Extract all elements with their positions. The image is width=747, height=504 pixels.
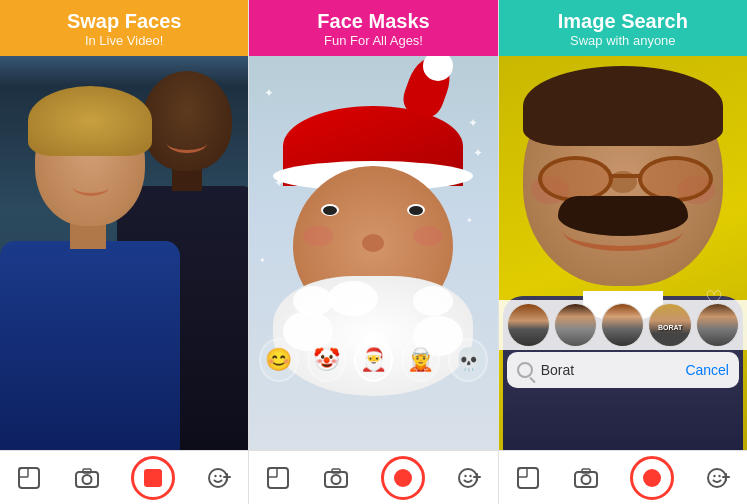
person-2-hair	[28, 86, 152, 156]
panel-3-image: ♡ BORAT Borat Cancel	[499, 56, 747, 450]
svg-point-16	[464, 474, 466, 476]
sticker-santa[interactable]: 🎅	[354, 338, 393, 382]
santa-cheek-right	[413, 226, 443, 246]
borat-hair	[523, 66, 723, 146]
sticker-skull[interactable]: 💀	[448, 338, 487, 382]
borat-mustache	[558, 196, 688, 236]
avatar-2[interactable]	[554, 303, 597, 347]
sticker-smiley[interactable]: 😊	[259, 338, 298, 382]
avatar-borat[interactable]: BORAT	[648, 303, 691, 347]
emoji-plus-icon[interactable]	[205, 464, 233, 492]
beard-puff-3	[413, 286, 453, 316]
search-input[interactable]: Borat	[533, 362, 678, 378]
person-2	[0, 86, 161, 450]
person-1-smile	[167, 133, 207, 153]
swap-faces-panel: Swap Faces In Live Video!	[0, 0, 248, 504]
record-dot-icon-3	[643, 469, 661, 487]
panel-2-title: Face Masks	[257, 10, 489, 33]
svg-point-13	[332, 475, 341, 484]
svg-rect-20	[518, 468, 538, 488]
gallery-icon[interactable]	[15, 464, 43, 492]
svg-point-6	[215, 474, 217, 476]
panel-1-title: Swap Faces	[8, 10, 240, 33]
svg-point-3	[83, 475, 92, 484]
panel-1-image	[0, 56, 248, 450]
emoji-plus-icon-3[interactable]	[704, 464, 732, 492]
svg-point-26	[713, 474, 715, 476]
face-masks-panel: Face Masks Fun For All Ages! ✦ ✦ ✦ ✦ ✦ ✦	[249, 0, 497, 504]
camera-icon-2[interactable]	[322, 464, 350, 492]
panel-2-subtitle: Fun For All Ages!	[257, 33, 489, 48]
avatar-5[interactable]	[696, 303, 739, 347]
panel-2-header: Face Masks Fun For All Ages!	[249, 0, 497, 56]
person-2-body	[0, 241, 180, 450]
svg-point-17	[469, 474, 471, 476]
panel-2-image: ✦ ✦ ✦ ✦ ✦ ✦	[249, 56, 497, 450]
search-icon	[517, 362, 533, 378]
santa-eye-left	[323, 206, 337, 215]
panel-3-header: Image Search Swap with anyone	[499, 0, 747, 56]
avatar-1[interactable]	[507, 303, 550, 347]
panel-1-header: Swap Faces In Live Video!	[0, 0, 248, 56]
panel-3-toolbar	[499, 450, 747, 504]
panel-1-subtitle: In Live Video!	[8, 33, 240, 48]
santa-cheek-left	[303, 226, 333, 246]
svg-point-27	[718, 474, 720, 476]
panel-3-subtitle: Swap with anyone	[507, 33, 739, 48]
person-2-smile	[73, 178, 109, 196]
record-stop-icon	[144, 469, 162, 487]
camera-icon[interactable]	[73, 464, 101, 492]
record-dot-button-3[interactable]	[630, 456, 674, 500]
avatar-strip: BORAT	[499, 300, 747, 350]
image-search-panel: Image Search Swap with anyone	[499, 0, 747, 504]
svg-rect-0	[19, 468, 39, 488]
panel-2-toolbar	[249, 450, 497, 504]
svg-point-23	[581, 475, 590, 484]
panel-1-toolbar	[0, 450, 248, 504]
beard-puff-2	[328, 281, 378, 316]
sticker-elf[interactable]: 🧝	[401, 338, 440, 382]
record-dot-icon-2	[394, 469, 412, 487]
gallery-icon-2[interactable]	[264, 464, 292, 492]
sticker-clown[interactable]: 🤡	[307, 338, 346, 382]
emoji-plus-icon-2[interactable]	[455, 464, 483, 492]
santa-eye-right	[409, 206, 423, 215]
record-dot-button-2[interactable]	[381, 456, 425, 500]
record-stop-button[interactable]	[131, 456, 175, 500]
avatar-3[interactable]	[601, 303, 644, 347]
cancel-button[interactable]: Cancel	[677, 362, 729, 378]
svg-rect-10	[268, 468, 288, 488]
panel-3-title: Image Search	[507, 10, 739, 33]
glasses-bridge	[611, 174, 639, 178]
search-bar[interactable]: Borat Cancel	[507, 352, 739, 388]
camera-icon-3[interactable]	[572, 464, 600, 492]
gallery-icon-3[interactable]	[514, 464, 542, 492]
stickers-row: 😊 🤡 🎅 🧝 💀	[249, 330, 497, 390]
santa-nose	[362, 234, 384, 252]
svg-point-7	[220, 474, 222, 476]
